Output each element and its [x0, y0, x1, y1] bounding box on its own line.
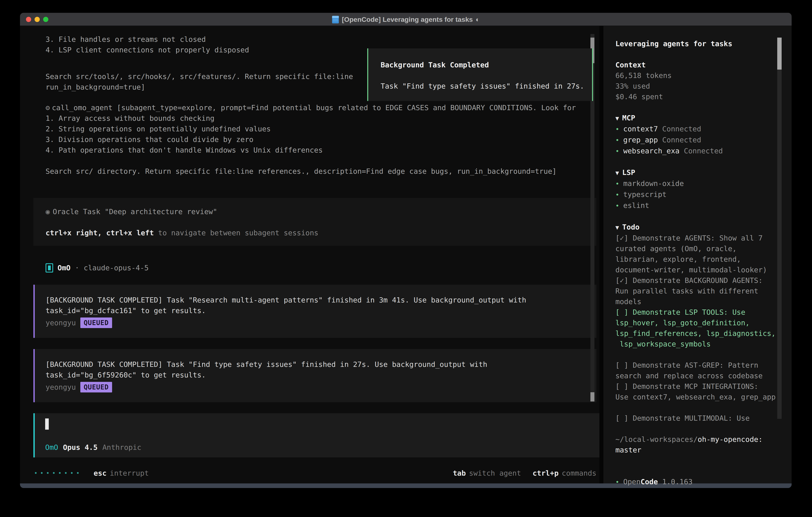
close-button[interactable] [26, 17, 31, 22]
mcp-name: context7 [623, 125, 658, 133]
panel-divider [600, 26, 603, 483]
mcp-status [658, 125, 662, 133]
task-message-line: [BACKGROUND TASK COMPLETED] Task "Find t… [35, 359, 597, 370]
chevron-down-icon: ▼ [615, 224, 619, 231]
context-heading: Context [615, 60, 792, 70]
blank-line [20, 155, 600, 166]
status-dot-icon: • [615, 478, 619, 486]
todo-line-pending: search and replace across codebase [615, 371, 792, 381]
tool-call-line: Search src/ directory. Return specific f… [20, 166, 600, 176]
status-dot-icon: • [615, 147, 619, 155]
agent-name: OmO [58, 264, 70, 272]
scrollback-line: 3. File handles or streams not closed [20, 34, 600, 45]
mcp-status-text: Connected [662, 136, 701, 144]
status-dot-icon: • [615, 191, 619, 198]
window-title: [OpenCode] Leveraging agents for tasks [342, 16, 473, 23]
hint-key-right: ctrl+x right, [46, 229, 102, 237]
status-badge: QUEUED [80, 382, 112, 392]
chevron-down-icon: ▼ [615, 115, 619, 122]
sidebar-scrollbar[interactable] [777, 37, 782, 419]
keyboard-hints: tab switch agent ctrl+p commands [453, 469, 597, 477]
session-state-icon: ◐ [476, 16, 480, 23]
omo-agent-icon [46, 263, 53, 272]
subagent-nav-hint: ctrl+x right, ctrl+x left to navigate be… [33, 227, 597, 238]
todo-line-done: [✓] Demonstrate AGENTS: Show all 7 [615, 233, 792, 243]
lsp-name: typescript [623, 190, 667, 198]
tool-call-text: call_omo_agent [subagent_type=explore, p… [52, 104, 576, 112]
toast-notification: Background Task Completed Task "Find typ… [367, 48, 593, 101]
opencode-window: [OpenCode] Leveraging agents for tasks ◐… [20, 13, 792, 488]
queue-user: yeongyu [46, 319, 76, 327]
traffic-lights [26, 17, 48, 22]
todo-line-pending: Use context7, websearch_exa, grep_app [615, 392, 792, 402]
mcp-status-text: Connected [684, 147, 723, 155]
workspace-path: ~/local-workspaces/oh-my-opencode: [615, 434, 792, 445]
background-task-message: [BACKGROUND TASK COMPLETED] Task "Resear… [33, 285, 597, 338]
chevron-down-icon: ▼ [615, 169, 619, 176]
context-spent: $0.46 spent [615, 91, 792, 102]
zoom-button[interactable] [43, 17, 48, 22]
gear-icon: ⚙ [46, 104, 50, 112]
interrupt-hint: esc interrupt [94, 469, 149, 477]
app-version: •OpenCode 1.0.163 [615, 477, 792, 487]
todo-line-pending: [ ] Demonstrate MCP INTEGRATIONS: [615, 381, 792, 392]
workspace-path-dim: ~/local-workspaces/ [615, 435, 698, 443]
todo-line-active: lsp_hover, lsp_goto_definition, [615, 318, 792, 328]
status-dot-icon: • [615, 136, 619, 144]
background-task-message: [BACKGROUND TASK COMPLETED] Task "Find t… [33, 349, 597, 402]
tool-call-line: 1. Array access without bounds checking [20, 113, 600, 124]
oracle-task-title: ◉Oracle Task "Deep architecture review" [33, 206, 597, 217]
app-name-bold: Code [641, 478, 658, 486]
ctrlp-key-label: ctrl+p [533, 469, 559, 477]
agent-header: OmO · claude-opus-4-5 [20, 263, 600, 273]
spinner-dots: •••••••• [34, 470, 82, 477]
tool-call-line: 4. Path operations that don't handle Win… [20, 145, 600, 155]
task-meta-row: yeongyu QUEUED [35, 381, 597, 393]
prompt-input[interactable]: OmO Opus 4.5 Anthropic [33, 413, 600, 457]
toast-body: Task "Find type safety issues" finished … [381, 81, 592, 91]
minimize-button[interactable] [35, 17, 40, 22]
task-message-line: task_id="bg_dcfac161" to get results. [35, 305, 597, 316]
workspace-branch: master [615, 445, 792, 455]
task-message-line: task_id="bg_6f59260c" to get results. [35, 370, 597, 380]
tool-call-line: 2. String operations on potentially unde… [20, 124, 600, 134]
tool-call-line: ⚙call_omo_agent [subagent_type=explore, … [20, 102, 600, 113]
mcp-section-toggle[interactable]: ▼MCP [615, 113, 792, 124]
lsp-item: •markdown-oxide [615, 178, 792, 189]
status-badge: QUEUED [80, 318, 112, 328]
hint-text: to navigate between subagent sessions [158, 229, 318, 237]
status-dot-icon: • [615, 125, 619, 133]
oracle-task-box: ◉Oracle Task "Deep architecture review" … [33, 198, 597, 246]
input-provider-name: Anthropic [102, 443, 141, 452]
scrollbar-thumb[interactable] [777, 37, 782, 70]
task-message-line: [BACKGROUND TASK COMPLETED] Task "Resear… [35, 295, 597, 305]
workspace-path-bright: oh-my-opencode: [698, 435, 763, 443]
tool-call-line: 3. Division operations that could divide… [20, 134, 600, 145]
separator-dot: · [75, 264, 79, 272]
status-dot-icon: • [615, 180, 619, 188]
content: 3. File handles or streams not closed 4.… [20, 26, 792, 483]
toast-title: Background Task Completed [381, 60, 592, 70]
app-name-dim: Open [623, 478, 641, 486]
lsp-name: markdown-oxide [623, 179, 684, 188]
todo-section-toggle[interactable]: ▼Todo [615, 222, 792, 233]
spacer [615, 349, 792, 360]
interrupt-label: interrupt [110, 469, 149, 477]
lsp-heading: LSP [622, 168, 635, 176]
agent-model: claude-opus-4-5 [84, 264, 149, 272]
scrollbar-thumb[interactable] [590, 392, 594, 402]
todo-heading: Todo [622, 223, 640, 231]
status-bar: •••••••• esc interrupt tab switch agent … [20, 468, 600, 479]
commands-label: commands [562, 469, 597, 477]
oracle-icon: ◉ [46, 208, 50, 216]
input-cursor-row[interactable] [35, 418, 600, 430]
mcp-item: •grep_app Connected [615, 135, 792, 145]
todo-line-done: document-writer, multimodal-looker) [615, 265, 792, 275]
mcp-status-text: Connected [662, 125, 701, 133]
lsp-item: •eslint [615, 200, 792, 211]
status-dot-icon: • [615, 202, 619, 210]
todo-line-active: lsp_find_references, lsp_diagnostics, [615, 328, 792, 339]
oracle-title-text: Oracle Task "Deep architecture review" [53, 208, 218, 216]
mcp-item: •websearch_exa Connected [615, 145, 792, 157]
lsp-section-toggle[interactable]: ▼LSP [615, 167, 792, 178]
